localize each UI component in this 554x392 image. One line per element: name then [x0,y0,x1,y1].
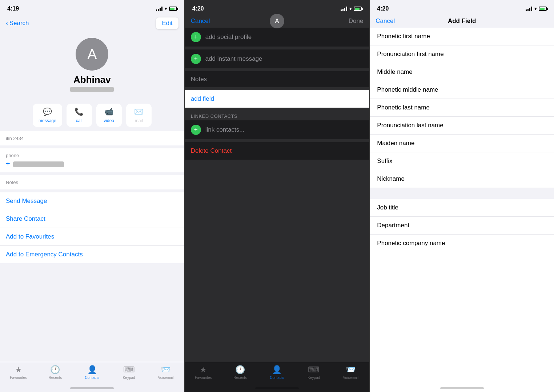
edit-button[interactable]: Edit [156,17,178,29]
battery-icon [169,7,177,11]
status-bar-3: 4:20 ▾ [370,0,554,16]
video-button[interactable]: 📹 video [96,104,122,127]
field-phonetic-first-name[interactable]: Phonetic first name [370,28,554,45]
field-job-title[interactable]: Job title [370,199,554,217]
action-list: Send Message Share Contact Add to Favour… [0,192,184,263]
status-icons-3: ▾ [526,6,547,11]
contact-subtitle [70,87,114,92]
send-message-item[interactable]: Send Message [0,192,184,210]
delete-contact-row[interactable]: Delete Contact [185,142,369,160]
status-icons-2: ▾ [341,6,362,11]
add-field-title: Add Field [448,17,476,25]
tab2-contacts[interactable]: 👤 Contacts [258,365,295,380]
time-2: 4:20 [192,5,204,12]
tab-contacts[interactable]: 👤 Contacts [74,365,111,380]
add-field-row[interactable]: add field [185,90,369,108]
mail-label: mail [135,118,143,123]
itin-section: itin 2434 [0,131,184,145]
field-maiden-name[interactable]: Maiden name [370,135,554,152]
notes-row: Notes [6,175,178,189]
mail-button[interactable]: ✉️ mail [126,104,152,127]
keypad-icon: ⌨ [123,365,135,375]
add-instant-label: add instant message [205,55,262,63]
tab2-recents[interactable]: 🕐 Recents [222,365,258,380]
notes-area[interactable]: Notes [185,71,369,87]
status-icons-1: ▾ [156,6,177,11]
phone-section: phone + [0,148,184,172]
field-section-divider [370,188,554,199]
field-suffix[interactable]: Suffix [370,152,554,170]
screen3-add-field: 4:20 ▾ Cancel Add Field Phonetic first n… [370,0,554,392]
tab-recents[interactable]: 🕐 Recents [37,365,73,380]
home-indicator-2 [255,387,299,389]
tab2-keypad[interactable]: ⌨ Keypad [296,365,332,380]
edit-add-social: + add social profile [185,28,369,47]
message-icon: 💬 [43,107,52,116]
field-pronunciation-first-name[interactable]: Pronunciation first name [370,45,554,63]
battery-icon-3 [539,7,547,11]
tab-keypad[interactable]: ⌨ Keypad [111,365,147,380]
call-icon: 📞 [75,107,84,116]
time-3: 4:20 [377,5,389,12]
delete-contact-label: Delete Contact [191,147,232,154]
call-button[interactable]: 📞 call [67,104,92,127]
screen3-nav: Cancel Add Field [370,16,554,28]
contact-name: Abhinav [73,74,111,85]
phone-label: phone [6,153,178,158]
battery-icon-2 [354,7,362,11]
star-icon-2: ★ [200,365,207,375]
recents-icon: 🕐 [50,365,60,375]
linked-contacts-header: LINKED CONTACTS [185,111,369,120]
screen2-edit-contact: 4:20 ▾ Cancel A Done + add social profil… [185,0,369,392]
add-favourites-item[interactable]: Add to Favourites [0,228,184,246]
tab-voicemail[interactable]: 📨 Voicemail [147,365,184,380]
done-button[interactable]: Done [349,17,364,25]
message-button[interactable]: 💬 message [33,104,62,127]
link-contacts-section: + link contacts... [185,120,369,139]
mail-icon: ✉️ [134,107,143,116]
home-indicator-3 [440,387,484,389]
field-pronunciation-last-name[interactable]: Pronunciation last name [370,117,554,135]
avatar-2: A [270,14,284,28]
wifi-icon-3: ▾ [534,6,537,11]
add-emergency-item[interactable]: Add to Emergency Contacts [0,246,184,263]
tab2-favourites[interactable]: ★ Favourites [185,365,222,380]
avatar-section: A Abhinav [0,32,184,99]
add-instant-row[interactable]: + add instant message [185,49,369,68]
add-field-label: add field [191,95,214,102]
screen1-content: A Abhinav 💬 message 📞 call 📹 video ✉️ ma… [0,32,184,392]
add-social-icon: + [191,32,201,42]
message-label: message [39,118,56,123]
screen2-nav: Cancel A Done [185,16,369,28]
field-middle-name[interactable]: Middle name [370,63,554,81]
back-button[interactable]: ‹ Search [6,20,29,27]
link-contacts-row[interactable]: + link contacts... [185,120,369,139]
add-field-list: Phonetic first name Pronunciation first … [370,28,554,392]
cancel-button-2[interactable]: Cancel [191,17,210,25]
itin-label: itin 2434 [6,136,178,141]
cancel-button-3[interactable]: Cancel [376,17,395,25]
video-label: video [104,118,114,123]
add-social-row[interactable]: + add social profile [185,28,369,47]
action-buttons: 💬 message 📞 call 📹 video ✉️ mail [0,99,184,131]
call-label: call [76,118,83,123]
voicemail-icon-2: 📨 [346,365,356,375]
tab-favourites[interactable]: ★ Favourites [0,365,37,380]
status-bar-1: 4:19 ▾ [0,0,184,16]
field-phonetic-last-name[interactable]: Phonetic last name [370,99,554,117]
avatar: A [76,38,108,71]
field-phonetic-middle-name[interactable]: Phonetic middle name [370,81,554,99]
tab2-voicemail[interactable]: 📨 Voicemail [332,365,369,380]
field-department[interactable]: Department [370,217,554,235]
home-indicator [70,387,114,389]
share-contact-item[interactable]: Share Contact [0,210,184,228]
field-phonetic-company-name[interactable]: Phonetic company name [370,235,554,252]
add-social-label: add social profile [205,33,252,41]
signal-icon-2 [341,7,347,11]
link-contacts-icon: + [191,125,201,135]
recents-icon-2: 🕐 [235,365,245,375]
screen1-nav: ‹ Search Edit [0,16,184,32]
screen2-content: + add social profile + add instant messa… [185,28,369,392]
field-nickname[interactable]: Nickname [370,170,554,188]
link-contacts-label: link contacts... [205,126,245,133]
